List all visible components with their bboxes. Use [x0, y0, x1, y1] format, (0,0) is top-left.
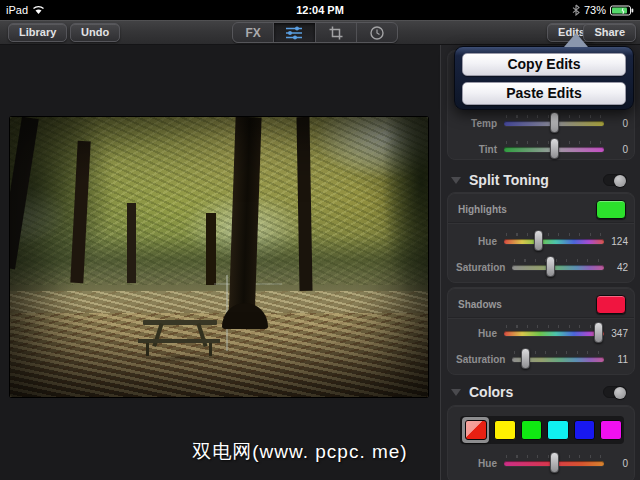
tint-value: 0 — [604, 144, 628, 155]
hue-slider-handle[interactable] — [550, 452, 559, 473]
shadows-hue-row: Hue 347 — [448, 323, 634, 343]
split-toning-header[interactable]: Split Toning — [447, 168, 635, 192]
highlights-label: Highlights — [458, 204, 596, 215]
colors-group: Hue 0 — [447, 405, 635, 480]
photo-vignette — [10, 117, 428, 397]
temp-slider-handle[interactable] — [550, 112, 559, 133]
saturation-slider-handle[interactable] — [546, 256, 555, 277]
tab-adjustments[interactable] — [274, 23, 315, 42]
split-toning-toggle[interactable] — [603, 174, 627, 186]
undo-button[interactable]: Undo — [70, 23, 120, 42]
clock-icon — [370, 26, 384, 40]
colors-toggle[interactable] — [603, 386, 627, 398]
library-button[interactable]: Library — [8, 23, 67, 42]
sliders-icon — [285, 26, 303, 40]
highlights-saturation-slider[interactable] — [512, 257, 604, 277]
color-swatch-magenta[interactable] — [600, 420, 622, 440]
copy-edits-button[interactable]: Copy Edits — [462, 53, 626, 76]
colors-hue-slider[interactable] — [504, 453, 604, 473]
paste-edits-button[interactable]: Paste Edits — [462, 82, 626, 105]
canvas-area: 双电网(www. pcpc. me) — [0, 45, 440, 480]
shadows-hue-slider[interactable] — [504, 323, 604, 343]
color-swatch — [465, 420, 487, 440]
temp-slider-row: Temp 0 — [448, 113, 634, 133]
shadows-hue-value: 347 — [604, 328, 628, 339]
adjustments-panel: Temp 0 Tint 0 Split Toning — [440, 45, 640, 480]
toolbar: Library Undo FX — [0, 20, 640, 45]
saturation-label: Saturation — [456, 262, 512, 273]
edits-popover: Copy Edits Paste Edits — [454, 46, 634, 110]
color-swatch-green[interactable] — [521, 420, 543, 440]
colors-header[interactable]: Colors — [447, 380, 635, 404]
colors-hue-value: 0 — [604, 458, 628, 469]
shadows-group: Shadows Hue 347 Saturation 11 — [447, 287, 635, 375]
highlights-saturation-row: Saturation 42 — [448, 257, 634, 277]
share-button[interactable]: Share — [583, 23, 636, 42]
status-bar: iPad 12:04 PM 73% — [0, 0, 640, 20]
crop-icon — [329, 26, 343, 40]
shadows-saturation-row: Saturation 11 — [448, 349, 634, 369]
shadows-header-row: Shadows — [448, 292, 634, 318]
tab-fx[interactable]: FX — [233, 23, 274, 42]
highlights-header-row: Highlights — [448, 197, 634, 223]
popover-arrow — [564, 33, 588, 47]
watermark-text: 双电网(www. pcpc. me) — [0, 439, 440, 465]
color-swatch-blue[interactable] — [574, 420, 596, 440]
hue-slider-handle[interactable] — [534, 230, 543, 251]
clock-time: 12:04 PM — [0, 4, 640, 16]
saturation-slider-track — [512, 265, 604, 270]
temp-value: 0 — [604, 118, 628, 129]
split-toning-title: Split Toning — [469, 172, 603, 188]
highlights-hue-value: 124 — [604, 236, 628, 247]
tint-slider-handle[interactable] — [550, 138, 559, 159]
shadows-saturation-slider[interactable] — [512, 349, 604, 369]
color-swatch-yellow[interactable] — [494, 420, 516, 440]
colors-title: Colors — [469, 384, 603, 400]
highlights-group: Highlights Hue 124 Saturation — [447, 192, 635, 283]
highlights-color-swatch[interactable] — [596, 200, 626, 219]
temp-label: Temp — [456, 118, 504, 129]
slider-ticks — [506, 233, 602, 236]
photo-preview[interactable] — [10, 117, 428, 397]
temp-slider[interactable] — [504, 113, 604, 133]
highlights-hue-row: Hue 124 — [448, 231, 634, 251]
bluetooth-icon — [572, 4, 580, 16]
photo-editor-app: iPad 12:04 PM 73% Library Undo — [0, 0, 640, 480]
saturation-label: Saturation — [456, 354, 512, 365]
color-swatch-red-selected[interactable] — [462, 417, 489, 443]
colors-hue-row: Hue 0 — [448, 453, 634, 473]
color-swatch-cyan[interactable] — [547, 420, 569, 440]
shadows-saturation-value: 11 — [604, 354, 628, 365]
slider-ticks — [514, 259, 602, 262]
saturation-slider-handle[interactable] — [521, 348, 530, 369]
shadows-label: Shadows — [458, 299, 596, 310]
slider-ticks — [506, 325, 602, 328]
tab-crop[interactable] — [316, 23, 357, 42]
tab-history[interactable] — [357, 23, 397, 42]
toggle-knob — [614, 175, 626, 187]
chevron-down-icon — [451, 177, 461, 184]
hue-slider-track — [504, 331, 604, 336]
tint-label: Tint — [456, 144, 504, 155]
hue-slider-handle[interactable] — [594, 322, 603, 343]
battery-percent-label: 73% — [584, 4, 606, 16]
shadows-color-swatch[interactable] — [596, 295, 626, 314]
hue-label: Hue — [456, 236, 504, 247]
hue-label: Hue — [456, 328, 504, 339]
highlights-hue-slider[interactable] — [504, 231, 604, 251]
mode-segmented-control: FX — [232, 22, 398, 43]
battery-icon — [610, 5, 635, 16]
hue-slider-track — [504, 239, 604, 244]
tint-slider[interactable] — [504, 139, 604, 159]
chevron-down-icon — [451, 389, 461, 396]
toggle-knob — [614, 387, 626, 399]
hue-label: Hue — [456, 458, 504, 469]
tint-slider-row: Tint 0 — [448, 139, 634, 159]
color-swatch-strip — [460, 416, 624, 444]
highlights-saturation-value: 42 — [604, 262, 628, 273]
